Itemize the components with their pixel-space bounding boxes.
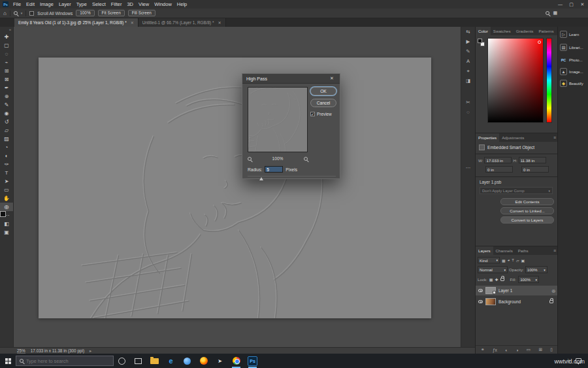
foreground-color-swatch[interactable] [0, 211, 6, 217]
menu-edit[interactable]: Edit [24, 0, 37, 8]
layer-name[interactable]: Layer 1 [498, 288, 512, 293]
tab-paths[interactable]: Paths [515, 246, 531, 255]
maximize-button[interactable]: ▢ [566, 0, 577, 8]
zoom-in-icon[interactable] [304, 157, 308, 161]
layer-style-icon[interactable]: ƒx [493, 348, 497, 352]
lock-pixels-icon[interactable]: ▦ [489, 277, 493, 282]
menu-3d[interactable]: 3D [124, 0, 136, 8]
zoom-tool-icon[interactable] [14, 11, 18, 15]
x-position-value[interactable]: 0 in [485, 166, 513, 173]
shape-tool[interactable]: ▭ [0, 186, 13, 194]
pixel-filter-icon[interactable]: ▦ [502, 258, 506, 263]
layer-group-icon[interactable]: ▭ [527, 347, 531, 352]
menu-image[interactable]: Image [37, 0, 56, 8]
layer-thumbnail[interactable] [485, 287, 496, 294]
lock-all-icon[interactable] [500, 278, 504, 281]
rail-item-libraries[interactable]: ▤ Librari... [560, 44, 587, 51]
marquee-tool[interactable]: ▢ [0, 41, 13, 50]
visibility-eye-icon[interactable] [478, 300, 483, 303]
healing-brush-tool[interactable]: ⊕ [0, 92, 13, 101]
y-position-value[interactable]: 0 in [521, 166, 549, 173]
tool-dropdown-arrow-icon[interactable]: ▾ [21, 11, 23, 15]
close-button[interactable]: ✕ [577, 0, 588, 8]
tab-close-icon[interactable]: ✕ [131, 20, 134, 25]
layer-name[interactable]: Background [498, 299, 521, 304]
dodge-tool[interactable]: ◐ [0, 152, 13, 160]
layer-row-background[interactable]: Background [476, 297, 558, 307]
actions-panel-icon[interactable]: ▶ [461, 37, 475, 46]
tab-layers[interactable]: Layers [476, 246, 493, 255]
menu-select[interactable]: Select [90, 0, 108, 8]
dialog-preview-thumbnail[interactable] [248, 87, 308, 152]
task-view-button[interactable] [130, 354, 146, 368]
layer-mask-icon[interactable]: ◐ [505, 348, 508, 352]
convert-to-layers-button[interactable]: Convert to Layers [500, 216, 554, 224]
lock-position-icon[interactable]: ✚ [495, 277, 498, 282]
canvas-image[interactable] [39, 58, 431, 318]
workspace-icon[interactable]: ▦ [553, 10, 557, 16]
menu-layer[interactable]: Layer [56, 0, 74, 8]
taskbar-search[interactable] [16, 356, 114, 366]
rail-item-learn[interactable]: ▷ Learn [560, 31, 587, 38]
blur-tool[interactable]: ◔ [0, 143, 13, 152]
tab-color[interactable]: Color [476, 27, 491, 35]
shapes-icon[interactable]: ◌ [461, 107, 475, 117]
frame-tool[interactable]: ⊠ [0, 75, 13, 84]
adjustment-layer-icon[interactable]: ◑ [516, 348, 519, 352]
type-filter-icon[interactable]: T [512, 258, 514, 262]
tab-close-icon[interactable]: ✕ [218, 20, 221, 25]
brush-tool[interactable]: ✎ [0, 101, 13, 109]
fit-screen-button[interactable]: Fit Screen [98, 10, 125, 16]
hand-tool[interactable]: ✋ [0, 194, 13, 203]
more-panels-icon[interactable]: ⋯ [461, 163, 475, 173]
layer-comp-dropdown[interactable]: Don't Apply Layer Comp ▾ [480, 187, 553, 194]
rail-item-photo[interactable]: PC Photo... [560, 56, 587, 63]
color-field-marker[interactable] [538, 41, 541, 44]
cortana-button[interactable] [114, 354, 130, 368]
tab-properties[interactable]: Properties [476, 133, 499, 142]
character-panel-icon[interactable]: A [461, 56, 475, 66]
screen-mode-icon[interactable]: ▣ [0, 228, 13, 237]
panel-arrows-icon[interactable]: ⇆ [461, 27, 475, 37]
rail-item-beautify[interactable]: ◆ Beautify [560, 80, 587, 87]
rail-item-image[interactable]: ▲ Image... [560, 68, 587, 75]
canvas-pasteboard[interactable] [14, 27, 461, 347]
kind-filter-dropdown[interactable]: Kind▾ [478, 257, 500, 263]
radius-slider-track[interactable] [248, 176, 336, 176]
preview-checkbox[interactable]: ✓ [310, 112, 315, 116]
dialog-close-icon[interactable]: ✕ [328, 76, 336, 81]
ok-button[interactable]: OK [310, 87, 336, 95]
file-explorer-button[interactable] [146, 354, 163, 368]
move-tool[interactable]: ✚ [0, 33, 13, 41]
menu-window[interactable]: Window [152, 0, 174, 8]
scroll-all-windows-checkbox[interactable] [29, 11, 34, 16]
layer-thumbnail[interactable] [485, 298, 496, 305]
search-input[interactable] [26, 358, 110, 364]
status-chevron-icon[interactable]: ▸ [90, 348, 91, 354]
zoom-100-button[interactable]: 100% [76, 10, 94, 16]
chrome-button[interactable] [228, 354, 244, 368]
document-tab-inactive[interactable]: Untitled-1 @ 66.7% (Layer 1, RGB/8) * ✕ [139, 18, 226, 27]
color-panel-swatch-pair[interactable] [478, 39, 486, 47]
pen-tool[interactable]: ✑ [0, 160, 13, 169]
store-button[interactable]: ➤ [212, 354, 228, 368]
eyedropper-tool[interactable]: ✒ [0, 84, 13, 92]
search-icon[interactable] [546, 11, 549, 15]
edit-contents-button[interactable]: Edit Contents [500, 198, 554, 205]
new-layer-icon[interactable]: ⊞ [538, 347, 542, 352]
edge-button[interactable]: e [163, 354, 179, 368]
zoom-tool[interactable]: ◎ [0, 203, 13, 211]
collapse-toolbar-icon[interactable]: » [0, 27, 13, 33]
foreground-color-swatch[interactable] [478, 39, 482, 43]
clip-icon[interactable]: ✂ [461, 97, 475, 107]
fill-screen-button[interactable]: Fill Screen [128, 10, 155, 16]
crop-tool[interactable]: ⊞ [0, 67, 13, 75]
radius-input[interactable] [265, 166, 283, 173]
width-value[interactable]: 17.033 in [484, 157, 512, 163]
tab-channels[interactable]: Channels [493, 246, 515, 255]
lasso-tool[interactable]: ◌ [0, 50, 13, 58]
link-layers-icon[interactable]: ⚭ [481, 347, 485, 352]
cancel-button[interactable]: Cancel [310, 99, 336, 107]
fill-dropdown[interactable]: 100%▾ [518, 276, 539, 283]
zoom-out-icon[interactable] [248, 157, 252, 161]
